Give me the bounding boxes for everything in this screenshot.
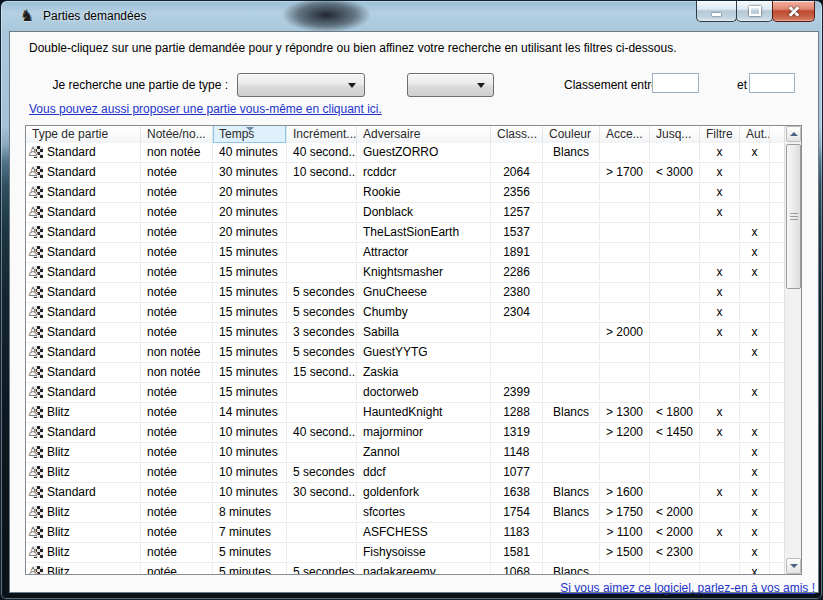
cell-couleur bbox=[543, 203, 600, 221]
scrollbar-thumb[interactable] bbox=[786, 144, 801, 289]
cell-couleur bbox=[543, 303, 600, 321]
column-header-label: Acce... bbox=[606, 127, 643, 141]
cell-temps: 7 minutes bbox=[213, 523, 287, 541]
chess-knight-icon: ♞ bbox=[20, 7, 34, 24]
cell-type-de-partie: ♙Blitz bbox=[26, 443, 141, 461]
cell-autre bbox=[740, 303, 770, 321]
table-row[interactable]: ♙Standardnotée15 minutes3 secondesSabill… bbox=[26, 323, 784, 343]
cell-jusqua bbox=[650, 263, 700, 281]
column-header-classement[interactable]: Class... bbox=[491, 126, 543, 143]
game-subtype-dropdown[interactable] bbox=[407, 73, 494, 97]
table-row[interactable]: ♙Standardnotée30 minutes10 second...rcdd… bbox=[26, 163, 784, 183]
cell-temps: 14 minutes bbox=[213, 403, 287, 421]
rating-max-input[interactable] bbox=[749, 73, 795, 93]
cell-filler bbox=[770, 363, 784, 381]
scroll-down-button[interactable] bbox=[786, 558, 801, 574]
cell-classement bbox=[491, 363, 543, 381]
table-row[interactable]: ♙Standardnotée15 minutesdoctorweb2399x bbox=[26, 383, 784, 403]
cell-filler bbox=[770, 543, 784, 561]
requested-games-table[interactable]: Type de partieNotée/no...TempsIncrément.… bbox=[25, 125, 802, 575]
cell-filtre bbox=[700, 503, 740, 521]
cell-accepte bbox=[600, 463, 650, 481]
table-row[interactable]: ♙Standardnotée15 minutesAttractor1891x bbox=[26, 243, 784, 263]
cell-filler bbox=[770, 423, 784, 441]
table-row[interactable]: ♙Standardnotée15 minutesKnightsmasher228… bbox=[26, 263, 784, 283]
column-header-temps[interactable]: Temps bbox=[213, 126, 287, 143]
cell-type-de-partie: ♙Standard bbox=[26, 483, 141, 501]
cell-filler bbox=[770, 323, 784, 341]
chess-piece-icon: ♙ bbox=[28, 505, 44, 519]
share-link[interactable]: Si vous aimez ce logiciel, parlez-en à v… bbox=[560, 581, 815, 595]
cell-adversaire: doctorweb bbox=[357, 383, 491, 401]
minimize-button[interactable] bbox=[696, 1, 737, 22]
cell-type-de-partie: ♙Standard bbox=[26, 183, 141, 201]
cell-increment bbox=[287, 183, 357, 201]
table-row[interactable]: ♙Blitznotée10 minutes5 secondesddcf1077x bbox=[26, 463, 784, 483]
table-row[interactable]: ♙Standardnon notée15 minutes5 secondesGu… bbox=[26, 343, 784, 363]
cell-temps: 20 minutes bbox=[213, 183, 287, 201]
cell-notee: notée bbox=[141, 163, 213, 181]
chess-piece-icon: ♙ bbox=[28, 185, 44, 199]
table-row[interactable]: ♙Standardnotée20 minutesTheLastSionEarth… bbox=[26, 223, 784, 243]
titlebar[interactable]: ♞ Parties demandées bbox=[1, 1, 822, 31]
cell-increment: 5 secondes bbox=[287, 283, 357, 301]
column-header-jusqua[interactable]: Jusq... bbox=[650, 126, 700, 143]
close-button[interactable] bbox=[772, 1, 815, 22]
propose-game-link[interactable]: Vous pouvez aussi proposer une partie vo… bbox=[29, 102, 382, 116]
cell-increment bbox=[287, 543, 357, 561]
table-row[interactable]: ♙Standardnotée20 minutesDonblack1257x bbox=[26, 203, 784, 223]
column-header-increment[interactable]: Incrément... bbox=[287, 126, 357, 143]
table-row[interactable]: ♙Blitznotée5 minutes5 secondesnadakareem… bbox=[26, 563, 784, 574]
column-header-accepte[interactable]: Acce... bbox=[600, 126, 650, 143]
cell-filler bbox=[770, 283, 784, 301]
column-header-adversaire[interactable]: Adversaire bbox=[357, 126, 491, 143]
cell-filler bbox=[770, 183, 784, 201]
cell-accepte bbox=[600, 383, 650, 401]
cell-adversaire: sfcortes bbox=[357, 503, 491, 521]
cell-filler bbox=[770, 443, 784, 461]
table-row[interactable]: ♙Standardnon notée15 minutes15 second...… bbox=[26, 363, 784, 383]
cell-notee: notée bbox=[141, 483, 213, 501]
table-row[interactable]: ♙Standardnotée20 minutesRookie2356x bbox=[26, 183, 784, 203]
cell-notee: notée bbox=[141, 303, 213, 321]
cell-temps: 15 minutes bbox=[213, 363, 287, 381]
game-type-dropdown[interactable] bbox=[237, 73, 365, 97]
cell-classement: 2380 bbox=[491, 283, 543, 301]
cell-couleur bbox=[543, 363, 600, 381]
cell-temps: 15 minutes bbox=[213, 383, 287, 401]
scroll-up-button[interactable] bbox=[786, 126, 801, 142]
rating-min-input[interactable] bbox=[652, 73, 699, 93]
cell-classement: 1891 bbox=[491, 243, 543, 261]
column-header-filtre[interactable]: Filtre bbox=[700, 126, 740, 143]
table-row[interactable]: ♙Blitznotée7 minutesASFCHESS1183> 1100< … bbox=[26, 523, 784, 543]
column-header-type-de-partie[interactable]: Type de partie bbox=[26, 126, 141, 143]
column-header-notee[interactable]: Notée/no... bbox=[141, 126, 213, 143]
table-row[interactable]: ♙Standardnon notée40 minutes40 second...… bbox=[26, 143, 784, 163]
table-row[interactable]: ♙Blitznotée10 minutesZannol1148x bbox=[26, 443, 784, 463]
cell-autre bbox=[740, 163, 770, 181]
cell-filtre: x bbox=[700, 163, 740, 181]
cell-adversaire: Rookie bbox=[357, 183, 491, 201]
table-row[interactable]: ♙Standardnotée15 minutes5 secondesGnuChe… bbox=[26, 283, 784, 303]
cell-filtre: x bbox=[700, 203, 740, 221]
cell-autre bbox=[740, 283, 770, 301]
table-row[interactable]: ♙Standardnotée10 minutes40 second...majo… bbox=[26, 423, 784, 443]
table-row[interactable]: ♙Blitznotée5 minutesFishysoisse1581> 150… bbox=[26, 543, 784, 563]
table-row[interactable]: ♙Blitznotée8 minutessfcortes1754Blancs> … bbox=[26, 503, 784, 523]
cell-filler bbox=[770, 223, 784, 241]
cell-notee: non notée bbox=[141, 143, 213, 161]
vertical-scrollbar[interactable] bbox=[784, 126, 801, 574]
table-row[interactable]: ♙Standardnotée10 minutes30 second...gold… bbox=[26, 483, 784, 503]
column-header-autre[interactable]: Aut... bbox=[740, 126, 770, 143]
cell-accepte: > 1100 bbox=[600, 523, 650, 541]
table-row[interactable]: ♙Blitznotée14 minutesHauntedKnight1288Bl… bbox=[26, 403, 784, 423]
chess-piece-icon: ♙ bbox=[28, 565, 44, 574]
table-row[interactable]: ♙Standardnotée15 minutes5 secondesChumby… bbox=[26, 303, 784, 323]
maximize-button[interactable] bbox=[736, 1, 773, 22]
cell-increment bbox=[287, 503, 357, 521]
game-type-label: Standard bbox=[47, 423, 96, 441]
cell-jusqua bbox=[650, 383, 700, 401]
cell-adversaire: GnuCheese bbox=[357, 283, 491, 301]
cell-filtre: x bbox=[700, 323, 740, 341]
column-header-couleur[interactable]: Couleur bbox=[543, 126, 600, 143]
